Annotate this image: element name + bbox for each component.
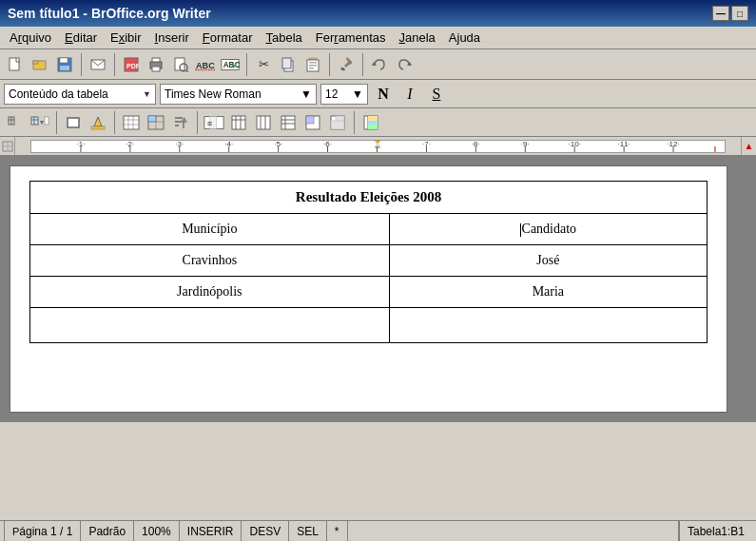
document-area: Resultado Eleições 2008 Município Candid… (0, 156, 756, 422)
table-icon-2[interactable] (29, 111, 51, 134)
menu-ajuda[interactable]: Ajuda (443, 29, 486, 47)
sel-mode[interactable]: SEL (289, 521, 327, 541)
empty-col2 (389, 308, 707, 343)
copy-button[interactable] (277, 53, 300, 76)
menu-editar[interactable]: Editar (59, 29, 103, 47)
menu-formatar[interactable]: Formatar (197, 29, 259, 47)
email-button[interactable] (87, 53, 109, 76)
svg-rect-37 (124, 116, 139, 129)
ruler-corner-icon (2, 141, 13, 152)
style-select[interactable]: Conteúdo da tabela ▼ (4, 84, 156, 105)
insert-mode[interactable]: INSERIR (180, 521, 242, 541)
spell-button[interactable]: ABC (194, 53, 217, 76)
row1-col2-cell: José (389, 245, 707, 277)
menu-janela[interactable]: Janela (394, 29, 441, 47)
maximize-button[interactable]: □ (731, 6, 748, 21)
svg-rect-34 (45, 117, 48, 125)
table-col-icon-1[interactable] (227, 111, 250, 134)
svg-text:ABC: ABC (196, 60, 215, 69)
autocorrect-button[interactable]: ABC (219, 53, 242, 76)
ruler-ticks: ·1· ·2· ·3· ·4· ·5· ·6· ⏳ ·7· ·8· ·9· (31, 139, 725, 152)
svg-rect-2 (33, 61, 38, 64)
pdf-button[interactable]: PDF (120, 53, 143, 76)
menu-ferramentas[interactable]: Ferramentas (310, 29, 392, 47)
table-sum-icon[interactable]: ≡ (203, 111, 225, 134)
underline-button[interactable]: S (425, 83, 448, 106)
svg-rect-53 (232, 116, 245, 129)
table-grid-1[interactable] (120, 111, 143, 134)
sep7 (114, 111, 115, 134)
sep5 (362, 53, 363, 76)
svg-rect-4 (60, 58, 68, 63)
table-more-2[interactable] (301, 111, 324, 134)
sep9 (354, 111, 355, 134)
preview-button[interactable] (169, 53, 192, 76)
svg-rect-35 (68, 118, 79, 127)
table-row: Jardinópolis Maria (30, 277, 708, 308)
table-more-4[interactable] (359, 111, 382, 134)
sep8 (197, 111, 198, 134)
style-name: Padrão (88, 525, 126, 538)
svg-rect-57 (257, 116, 270, 129)
svg-rect-73 (368, 125, 378, 129)
page-number: ágina 1 / 1 (19, 525, 72, 538)
rect-icon[interactable] (62, 111, 85, 134)
table-icon-1[interactable] (4, 111, 27, 134)
table-more-3[interactable] (326, 111, 349, 134)
title-bar: Sem título1 - BrOffice.org Writer — □ (0, 0, 756, 27)
menu-tabela[interactable]: Tabela (260, 29, 307, 47)
svg-rect-0 (10, 58, 19, 70)
document-page: Resultado Eleições 2008 Município Candid… (10, 165, 727, 413)
table-more-1[interactable] (277, 111, 300, 134)
new-button[interactable] (4, 53, 27, 76)
size-select[interactable]: 12 ▼ (320, 84, 368, 105)
undo-button[interactable] (368, 53, 391, 76)
table-row: Cravinhos José (30, 245, 708, 277)
desv-mode[interactable]: DESV (242, 521, 289, 541)
cut-button[interactable]: ✂ (252, 53, 275, 76)
menu-exibir[interactable]: Exibir (105, 29, 147, 47)
window-title: Sem título1 - BrOffice.org Writer (8, 6, 211, 21)
page-indicator-icon: P (12, 526, 19, 537)
svg-marker-33 (40, 121, 44, 125)
font-select[interactable]: Times New Roman ▼ (160, 84, 317, 105)
print-button[interactable] (145, 53, 167, 76)
title-bar-buttons: — □ (712, 6, 748, 21)
italic-button[interactable]: I (398, 83, 421, 106)
sel-label: SEL (297, 525, 319, 538)
main-toolbar: PDF ABC ABC ✂ (0, 49, 756, 80)
svg-rect-24 (309, 68, 314, 69)
sep4 (329, 53, 330, 76)
table-col-icon-2[interactable] (252, 111, 275, 134)
page-info: Página 1 / 1 (4, 521, 81, 541)
table-title-row: Resultado Eleições 2008 (30, 182, 708, 214)
svg-rect-22 (309, 62, 317, 64)
insert-mode-label: INSERIR (187, 525, 234, 538)
table-toolbar: ≡ (0, 108, 756, 137)
redo-button[interactable] (393, 53, 416, 76)
table-grid-2[interactable] (145, 111, 167, 134)
svg-rect-11 (152, 67, 160, 71)
empty-col1 (30, 308, 390, 343)
sort-icon[interactable] (169, 111, 192, 134)
ruler-inner: ·1· ·2· ·3· ·4· ·5· ·6· ⏳ ·7· ·8· ·9· (30, 140, 726, 153)
paste-button[interactable] (301, 53, 324, 76)
fill-icon[interactable] (87, 111, 109, 134)
minimize-button[interactable]: — (712, 6, 729, 21)
font-value: Times New Roman (165, 87, 262, 101)
zoom-value: 100% (142, 525, 171, 538)
bold-button[interactable]: N (372, 83, 395, 106)
paint-format-button[interactable] (335, 53, 358, 76)
svg-text:PDF: PDF (126, 63, 139, 69)
menu-bar: Arquivo Editar Exibir Inserir Formatar T… (0, 27, 756, 49)
table-title-cell: Resultado Eleições 2008 (30, 182, 708, 214)
save-button[interactable] (53, 53, 76, 76)
open-button[interactable] (29, 53, 51, 76)
empty-status (348, 521, 679, 541)
col2-header-cell: Candidato (389, 214, 707, 245)
zoom-level: 100% (134, 521, 180, 541)
font-arrow-icon: ▼ (300, 87, 312, 101)
menu-arquivo[interactable]: Arquivo (4, 29, 57, 47)
menu-inserir[interactable]: Inserir (149, 29, 195, 47)
svg-line-14 (186, 70, 188, 72)
